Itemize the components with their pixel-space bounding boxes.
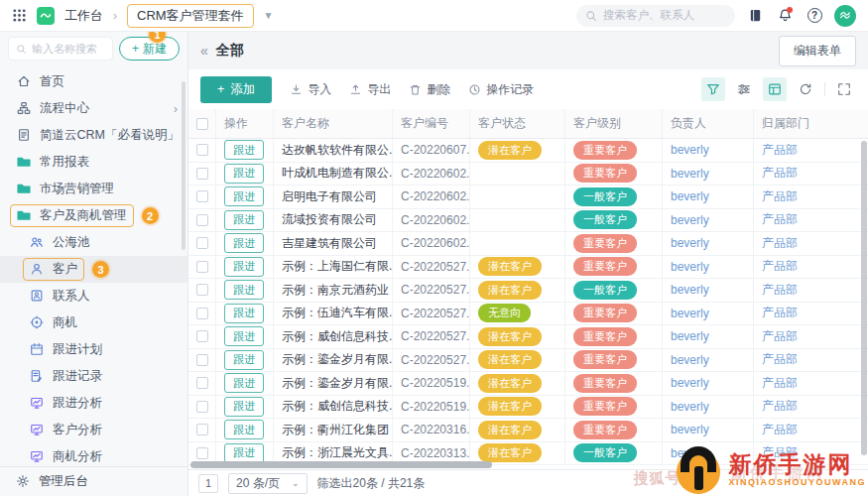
sidebar-item-7[interactable]: 公海池 [0, 229, 187, 256]
row-checkbox[interactable] [196, 308, 208, 319]
customer-name-cell[interactable]: 吉星建筑有限公司 [274, 232, 393, 255]
row-checkbox[interactable] [196, 354, 208, 366]
owner-cell[interactable]: beverly [663, 349, 754, 372]
owner-cell[interactable]: beverly [663, 232, 754, 255]
filter-button[interactable] [701, 77, 725, 101]
customer-name-cell[interactable]: 示例：鎏金岁月有限... [274, 349, 393, 372]
follow-up-button[interactable]: 跟进 [224, 140, 264, 160]
avatar[interactable] [834, 5, 856, 27]
global-search-input[interactable]: 搜索客户、联系人 [576, 5, 735, 27]
owner-cell[interactable]: beverly [663, 396, 754, 419]
follow-up-button[interactable]: 跟进 [224, 210, 264, 230]
department-cell[interactable]: 产品部 [754, 372, 868, 395]
collapse-sidebar-icon[interactable]: « [200, 43, 208, 59]
sidebar-item-15[interactable]: 商机分析 [0, 443, 187, 466]
follow-up-button[interactable]: 跟进 [224, 304, 264, 323]
sidebar-item-5[interactable]: 市场营销管理 [0, 176, 187, 202]
row-checkbox[interactable] [196, 190, 208, 202]
department-cell[interactable]: 产品部 [754, 256, 868, 279]
department-cell[interactable]: 产品部 [754, 303, 868, 325]
owner-cell[interactable]: beverly [663, 279, 754, 302]
owner-cell[interactable]: beverly [663, 256, 754, 279]
customer-name-cell[interactable]: 示例：鎏金岁月有限... [274, 372, 393, 395]
refresh-button[interactable] [794, 77, 817, 101]
follow-up-button[interactable]: 跟进 [224, 350, 264, 370]
owner-cell[interactable]: beverly [663, 186, 754, 208]
app-title[interactable]: CRM客户管理套件 [127, 4, 254, 28]
card-view-button[interactable] [763, 77, 787, 101]
chevron-down-icon[interactable]: ▼ [264, 10, 274, 21]
customer-name-cell[interactable]: 示例：威创信息科技... [274, 396, 393, 419]
page-number-button[interactable]: 1 [198, 474, 218, 493]
import-button[interactable]: 导入 [290, 81, 331, 98]
sidebar-item-8[interactable]: 客户3 [0, 256, 187, 283]
operation-log-button[interactable]: 操作记录 [468, 81, 534, 98]
department-cell[interactable]: 产品部 [754, 419, 868, 441]
sidebar-item-2[interactable]: 流程中心› [0, 95, 187, 122]
table-horizontal-scrollbar[interactable] [188, 460, 858, 469]
owner-cell[interactable]: beverly [663, 303, 754, 325]
follow-up-button[interactable]: 跟进 [224, 186, 264, 206]
breadcrumb-workbench[interactable]: 工作台 [64, 7, 103, 25]
row-checkbox[interactable] [196, 401, 208, 413]
department-cell[interactable]: 产品部 [754, 396, 868, 419]
bell-icon[interactable] [775, 6, 795, 26]
follow-up-button[interactable]: 跟进 [224, 233, 264, 253]
follow-up-button[interactable]: 跟进 [224, 164, 264, 184]
delete-button[interactable]: 删除 [409, 81, 450, 98]
row-checkbox[interactable] [196, 284, 208, 296]
fullscreen-button[interactable] [832, 77, 856, 101]
export-button[interactable]: 导出 [349, 81, 391, 98]
sidebar-item-13[interactable]: 跟进分析 [0, 390, 187, 417]
page-size-select[interactable]: 20 条/页 ⌄ [228, 473, 308, 494]
sidebar-item-1[interactable]: 首页 [0, 68, 187, 95]
edit-form-button[interactable]: 编辑表单 [779, 36, 856, 66]
customer-name-cell[interactable]: 示例：衢州江化集团 [274, 419, 393, 441]
customer-name-cell[interactable]: 流域投资有限公司 [274, 209, 393, 232]
department-cell[interactable]: 产品部 [754, 163, 868, 186]
select-all-checkbox[interactable] [196, 118, 208, 130]
row-checkbox[interactable] [196, 214, 208, 226]
owner-cell[interactable]: beverly [663, 163, 754, 186]
owner-cell[interactable]: beverly [663, 372, 754, 395]
department-cell[interactable]: 产品部 [754, 209, 868, 232]
follow-up-button[interactable]: 跟进 [224, 397, 264, 417]
sidebar-item-10[interactable]: 商机 [0, 310, 187, 336]
row-checkbox[interactable] [196, 168, 208, 180]
display-fields-button[interactable] [732, 77, 756, 101]
help-icon[interactable]: ? [805, 6, 824, 26]
department-cell[interactable]: 产品部 [754, 349, 868, 372]
sidebar-item-14[interactable]: 客户分析 [0, 417, 187, 443]
row-checkbox[interactable] [196, 330, 208, 342]
customer-name-cell[interactable]: 示例：南京元酒药业 [274, 279, 393, 302]
admin-backend-item[interactable]: 管理后台 [0, 466, 187, 496]
customer-name-cell[interactable]: 示例：威创信息科技... [274, 325, 393, 348]
department-cell[interactable]: 产品部 [754, 186, 868, 208]
sidebar-item-9[interactable]: 联系人 [0, 283, 187, 310]
table-vertical-scrollbar[interactable] [861, 141, 867, 455]
customer-name-cell[interactable]: 达孜帆软软件有限公... [274, 139, 393, 162]
row-checkbox[interactable] [196, 377, 208, 389]
row-checkbox[interactable] [196, 447, 208, 459]
department-cell[interactable]: 产品部 [754, 279, 868, 302]
follow-up-button[interactable]: 跟进 [224, 373, 264, 393]
customer-name-cell[interactable]: 启明电子有限公司 [274, 186, 393, 208]
notebook-icon[interactable] [745, 6, 765, 26]
row-checkbox[interactable] [196, 424, 208, 435]
owner-cell[interactable]: beverly [663, 209, 754, 232]
row-checkbox[interactable] [196, 144, 208, 156]
department-cell[interactable]: 产品部 [754, 139, 868, 162]
sidebar-item-12[interactable]: 跟进记录 [0, 363, 187, 390]
sidebar-item-4[interactable]: 常用报表 [0, 149, 187, 176]
row-checkbox[interactable] [196, 261, 208, 273]
sidebar-item-6[interactable]: 客户及商机管理2 [0, 202, 187, 229]
add-button[interactable]: + 添加 [200, 76, 272, 103]
department-cell[interactable]: 产品部 [754, 325, 868, 348]
owner-cell[interactable]: beverly [663, 139, 754, 162]
department-cell[interactable]: 产品部 [754, 232, 868, 255]
customer-name-cell[interactable]: 叶成机电制造有限公... [274, 163, 393, 186]
app-grid-icon[interactable] [12, 8, 27, 23]
customer-name-cell[interactable]: 示例：伍迪汽车有限... [274, 303, 393, 325]
follow-up-button[interactable]: 跟进 [224, 257, 264, 277]
follow-up-button[interactable]: 跟进 [224, 326, 264, 346]
